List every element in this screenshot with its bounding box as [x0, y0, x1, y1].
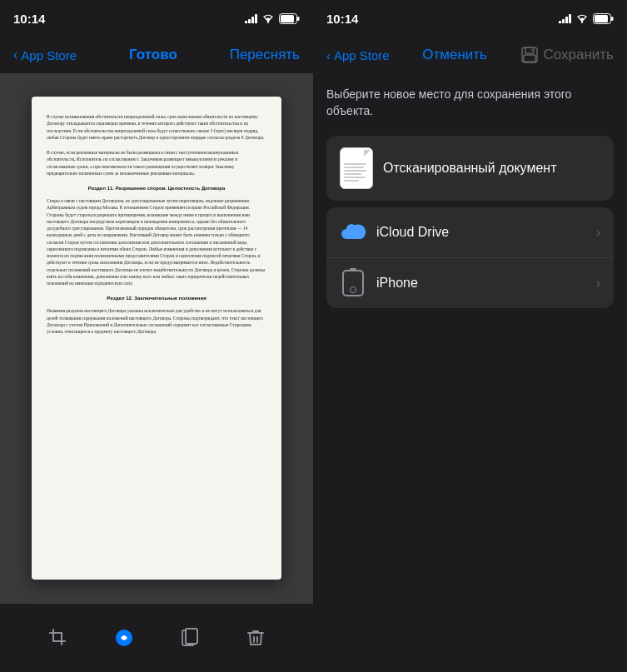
iphone-icon-box — [342, 270, 364, 296]
right-signal-icon — [559, 13, 571, 23]
doc-icon-lines — [341, 152, 372, 185]
svg-rect-10 — [611, 17, 614, 21]
document-type-button[interactable]: Отсканированный документ — [326, 136, 614, 201]
doc-text-2: В случае, если рекламные материалы не бы… — [47, 149, 266, 177]
filter-button[interactable] — [106, 620, 142, 656]
icloud-icon — [340, 219, 366, 246]
svg-point-0 — [267, 21, 269, 22]
doc-text-3: Споры в связи с настоящим Договором, не … — [47, 197, 266, 286]
document-page: В случае возникновения обстоятельств неп… — [32, 97, 281, 580]
svg-rect-11 — [595, 15, 608, 22]
right-nav-bar: ‹ App Store Отменить Сохранить — [313, 37, 627, 73]
left-status-icons — [245, 13, 300, 24]
document-icon — [340, 147, 373, 189]
iphone-label: iPhone — [376, 276, 586, 291]
left-back-label: App Store — [21, 48, 77, 62]
left-status-bar: 10:14 — [0, 0, 313, 37]
signal-icon — [245, 13, 257, 23]
iphone-item[interactable]: iPhone › — [326, 258, 614, 308]
save-location-subtitle: Выберите новое место для сохранения этог… — [326, 87, 614, 119]
left-time: 10:14 — [13, 12, 45, 26]
right-battery-icon — [593, 13, 614, 24]
left-back-link[interactable]: ‹ App Store — [13, 47, 77, 62]
doc-text-1: В случае возникновения обстоятельств неп… — [47, 113, 266, 141]
cancel-button[interactable]: Отменить — [422, 47, 487, 63]
rotate-button[interactable] — [172, 620, 208, 656]
doc-section-2: В случае, если рекламные материалы не бы… — [47, 149, 266, 177]
doc-section-3: Раздел 11. Разрешение споров. Целостност… — [47, 185, 266, 286]
svg-rect-6 — [186, 629, 197, 644]
wifi-icon — [261, 13, 275, 23]
svg-rect-3 — [281, 15, 294, 22]
battery-icon — [279, 13, 300, 24]
document-type-label: Отсканированный документ — [383, 161, 556, 176]
save-area: Сохранить — [520, 46, 614, 64]
done-button[interactable]: Готово — [129, 47, 177, 63]
right-back-label: App Store — [334, 48, 390, 62]
doc-section-4: Раздел 12. Заключительные положения Назв… — [47, 295, 266, 335]
crop-button[interactable] — [40, 620, 77, 656]
left-toolbar — [0, 603, 313, 672]
document-viewer: В случае возникновения обстоятельств неп… — [0, 73, 313, 603]
icloud-drive-item[interactable]: iCloud Drive › — [326, 207, 614, 258]
right-back-chevron-icon: ‹ — [326, 48, 331, 62]
right-time: 10:14 — [326, 12, 358, 26]
save-icon — [520, 46, 539, 64]
icloud-drive-label: iCloud Drive — [376, 225, 586, 240]
storage-list: iCloud Drive › iPhone › — [326, 207, 614, 308]
move-button[interactable]: Переснять — [230, 47, 300, 63]
svg-point-8 — [581, 21, 583, 22]
right-status-icons — [559, 13, 614, 24]
left-nav-bar: ‹ App Store Готово Переснять — [0, 37, 313, 73]
delete-button[interactable] — [237, 620, 274, 656]
right-status-bar: 10:14 — [313, 0, 627, 37]
icloud-chevron-icon: › — [596, 225, 600, 240]
save-button[interactable]: Сохранить — [544, 47, 614, 63]
iphone-chevron-icon: › — [596, 276, 600, 291]
doc-heading-1: Раздел 11. Разрешение споров. Целостност… — [47, 185, 266, 192]
left-panel: 10:14 ‹ App Store Гото — [0, 0, 313, 672]
right-panel: 10:14 ‹ App Store Отме — [313, 0, 627, 672]
iphone-icon — [340, 270, 366, 296]
doc-heading-2: Раздел 12. Заключительные положения — [47, 295, 266, 302]
right-content: Выберите новое место для сохранения этог… — [313, 73, 627, 603]
svg-rect-2 — [297, 17, 300, 21]
right-wifi-icon — [575, 13, 589, 23]
doc-text-4: Названия разделов настоящего Договора ук… — [47, 307, 266, 335]
svg-rect-14 — [524, 55, 535, 62]
right-back-link[interactable]: ‹ App Store — [326, 48, 390, 62]
doc-section-1: В случае возникновения обстоятельств неп… — [47, 113, 266, 141]
right-bottom-spacer — [313, 603, 627, 672]
left-chevron-icon: ‹ — [13, 47, 17, 62]
